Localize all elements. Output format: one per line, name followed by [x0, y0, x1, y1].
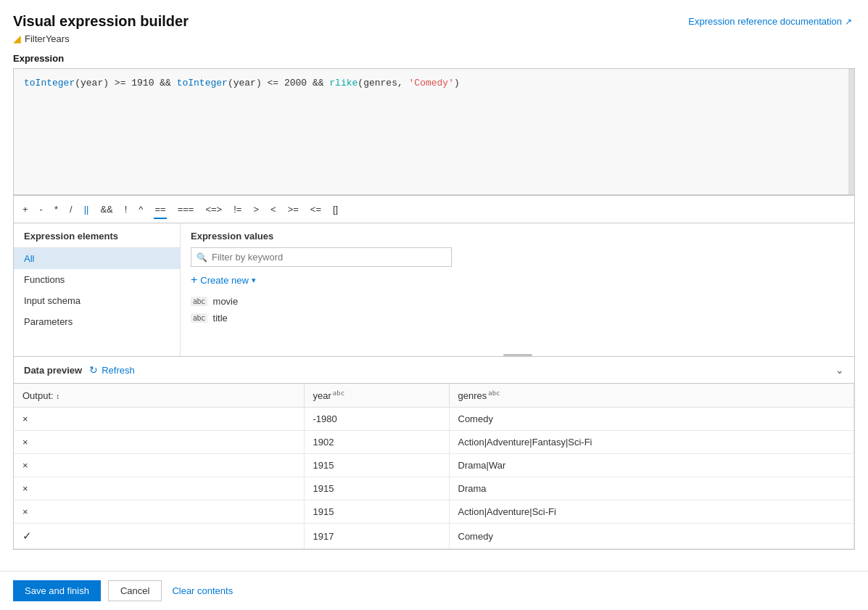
op-neq[interactable]: !=: [228, 199, 247, 219]
op-divide[interactable]: /: [64, 199, 78, 219]
op-minus[interactable]: -: [34, 199, 49, 219]
op-strict-eq[interactable]: ===: [172, 199, 200, 219]
col-header-year: yearabc: [304, 384, 449, 408]
cell-output: ×: [14, 408, 304, 431]
value-item-movie[interactable]: abc movie: [191, 293, 844, 310]
expression-reference-link[interactable]: Expression reference documentation ↗: [688, 16, 852, 27]
fail-icon: ×: [22, 437, 28, 448]
op-eq[interactable]: ==: [149, 199, 171, 219]
cell-output: ✓: [14, 524, 304, 549]
data-preview-header: Data preview ↻ Refresh ⌄: [13, 357, 855, 384]
op-lte[interactable]: <=: [305, 199, 327, 219]
expression-elements-title: Expression elements: [14, 223, 180, 248]
op-plus[interactable]: +: [17, 199, 34, 219]
values-scrollbar: [503, 354, 532, 356]
cell-year: 1915: [304, 500, 449, 524]
cell-year: -1980: [304, 408, 449, 431]
active-operator-indicator: [154, 218, 167, 219]
cell-genres: Comedy: [449, 524, 854, 549]
expression-section-label: Expression: [13, 53, 855, 64]
data-preview-collapse-icon[interactable]: ⌄: [835, 364, 844, 376]
save-and-finish-button[interactable]: Save and finish: [13, 580, 101, 601]
cell-year: 1902: [304, 431, 449, 454]
expression-scrollbar[interactable]: [848, 69, 854, 194]
cell-year: 1915: [304, 477, 449, 500]
expression-ref-text: Expression reference documentation: [688, 16, 842, 27]
value-item-title[interactable]: abc title: [191, 310, 844, 326]
cell-output: ×: [14, 454, 304, 477]
code-toInteger2: toInteger: [177, 78, 228, 88]
filter-name-row: ◢ FilterYears: [13, 33, 855, 44]
table-row: ×1902Action|Adventure|Fantasy|Sci-Fi: [14, 431, 854, 454]
elem-item-all[interactable]: All: [14, 248, 180, 269]
expression-values-title: Expression values: [191, 231, 844, 242]
op-or[interactable]: ||: [78, 199, 95, 219]
cell-genres: Action|Adventure|Fantasy|Sci-Fi: [449, 431, 854, 454]
fail-icon: ×: [22, 506, 28, 517]
col-header-output: Output: ↕: [14, 384, 304, 408]
data-table-wrapper: Output: ↕ yearabc genresabc ×-1980Comedy…: [13, 384, 855, 550]
table-row: ×1915Drama: [14, 477, 854, 500]
refresh-label: Refresh: [102, 365, 135, 376]
refresh-button[interactable]: ↻ Refresh: [89, 364, 135, 376]
table-row: ✓1917Comedy: [14, 524, 854, 549]
data-preview-title: Data preview ↻ Refresh: [24, 364, 135, 376]
col-header-genres: genresabc: [449, 384, 854, 408]
filter-keyword-input[interactable]: [191, 247, 452, 267]
create-new-label: Create new: [200, 275, 248, 286]
elem-item-input-schema[interactable]: Input schema: [14, 290, 180, 311]
op-caret[interactable]: ^: [133, 199, 149, 219]
op-not[interactable]: !: [119, 199, 133, 219]
cell-genres: Drama|War: [449, 454, 854, 477]
cell-year: 1917: [304, 524, 449, 549]
expression-values-panel: Expression values 🔍 + Create new ▾ abc m…: [181, 223, 854, 356]
filter-name-label: FilterYears: [25, 33, 70, 44]
op-and[interactable]: &&: [94, 199, 118, 219]
table-row: ×1915Action|Adventure|Sci-Fi: [14, 500, 854, 524]
data-preview-label: Data preview: [24, 365, 82, 376]
filter-icon: ◢: [13, 33, 21, 44]
expression-code: toInteger(year) >= 1910 && toInteger(yea…: [24, 76, 844, 91]
cell-genres: Action|Adventure|Sci-Fi: [449, 500, 854, 524]
cancel-button[interactable]: Cancel: [108, 580, 162, 601]
expression-editor[interactable]: toInteger(year) >= 1910 && toInteger(yea…: [13, 68, 855, 195]
data-table: Output: ↕ yearabc genresabc ×-1980Comedy…: [14, 384, 854, 549]
chevron-down-icon: ▾: [252, 276, 256, 285]
value-label-movie: movie: [213, 296, 239, 307]
elem-item-functions[interactable]: Functions: [14, 269, 180, 290]
code-rlike: rlike: [329, 78, 357, 88]
expression-elements-panel: Expression elements All Functions Input …: [14, 223, 181, 356]
op-gt[interactable]: >: [247, 199, 265, 219]
cell-year: 1915: [304, 454, 449, 477]
table-row: ×-1980Comedy: [14, 408, 854, 431]
abc-badge-title: abc: [191, 313, 207, 323]
fail-icon: ×: [22, 483, 28, 494]
table-row: ×1915Drama|War: [14, 454, 854, 477]
op-brackets[interactable]: []: [327, 199, 344, 219]
create-new-button[interactable]: + Create new ▾: [191, 274, 256, 286]
pass-icon: ✓: [22, 529, 32, 542]
bottom-section: Expression elements All Functions Input …: [13, 223, 855, 357]
code-comedy: 'Comedy': [409, 78, 454, 88]
cell-output: ×: [14, 500, 304, 524]
fail-icon: ×: [22, 460, 28, 471]
elem-item-parameters[interactable]: Parameters: [14, 311, 180, 332]
operator-bar: + - * / || && ! ^ == === <=> != > < >= <…: [13, 195, 855, 223]
op-gte[interactable]: >=: [282, 199, 305, 219]
output-sort-icon: ↕: [56, 392, 59, 400]
fail-icon: ×: [22, 413, 28, 424]
op-multiply[interactable]: *: [49, 199, 64, 219]
refresh-icon: ↻: [89, 364, 98, 376]
plus-icon: +: [191, 274, 197, 286]
cell-genres: Comedy: [449, 408, 854, 431]
value-label-title: title: [213, 313, 228, 323]
abc-badge-movie: abc: [191, 297, 207, 306]
footer-bar: Save and finish Cancel Clear contents: [0, 571, 868, 610]
clear-contents-button[interactable]: Clear contents: [169, 585, 236, 596]
op-lt[interactable]: <: [265, 199, 282, 219]
cell-output: ×: [14, 431, 304, 454]
op-spaceship[interactable]: <=>: [199, 199, 228, 219]
search-icon: 🔍: [197, 252, 207, 263]
cell-output: ×: [14, 477, 304, 500]
code-toInteger1: toInteger: [24, 78, 75, 88]
